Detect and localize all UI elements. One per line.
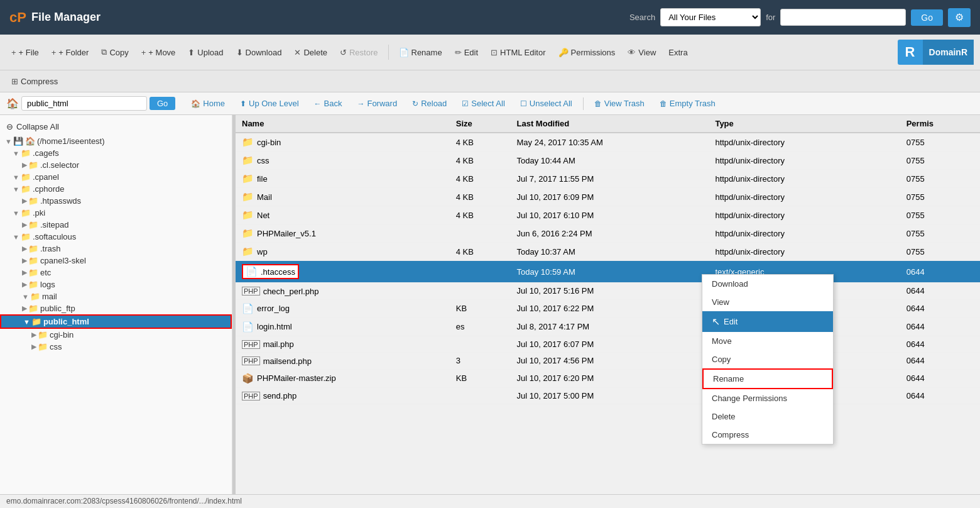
restore-button[interactable]: ↺ Restore: [335, 45, 383, 60]
file-table: Name Size Last Modified Type Permis 📁cgi…: [236, 115, 980, 404]
table-row[interactable]: 📄login.htmlesJul 8, 2017 4:17 PMtext/htm…: [236, 318, 980, 336]
up-level-button[interactable]: ⬆ Up One Level: [234, 96, 305, 111]
table-row[interactable]: PHPmailsend.php3Jul 10, 2017 4:56 PMappl…: [236, 353, 980, 370]
permissions-button[interactable]: 🔑 Permissions: [553, 45, 621, 60]
file-name: Net: [257, 211, 270, 220]
path-go-button[interactable]: Go: [150, 97, 175, 110]
table-row[interactable]: 📄error_logKBJul 10, 2017 6:22 PMtext/x-g…: [236, 299, 980, 318]
collapse-all-label: Collapse All: [16, 122, 59, 131]
rename-icon: 📄: [399, 48, 409, 57]
table-row[interactable]: 📁Mail4 KBJul 10, 2017 6:09 PMhttpd/unix-…: [236, 188, 980, 206]
search-dropdown[interactable]: All Your Files File Names File Contents: [660, 8, 761, 26]
sidebar-item-trash[interactable]: ▶ 📁 .trash: [0, 243, 232, 255]
sidebar-item-cpanel[interactable]: ▼ 📁 .cpanel: [0, 171, 232, 183]
search-input[interactable]: [780, 9, 906, 26]
back-button[interactable]: ← Back: [308, 96, 348, 111]
sidebar-item-pki[interactable]: ▼ 📁 .pki: [0, 207, 232, 219]
sidebar-item-css-sub[interactable]: ▶ 📁 css: [0, 341, 232, 353]
ctx-rename[interactable]: Rename: [702, 368, 833, 389]
sidebar-item-etc[interactable]: ▶ 📁 etc: [0, 267, 232, 279]
sidebar-item-cpanel3-skel[interactable]: ▶ 📁 cpanel3-skel: [0, 255, 232, 267]
upload-button[interactable]: ⬆ Upload: [183, 45, 228, 60]
collapse-all-button[interactable]: ⊖ Collapse All: [0, 118, 232, 135]
rename-button[interactable]: 📄 Rename: [394, 45, 447, 60]
file-name-cell: 📁Mail: [236, 188, 450, 206]
table-row[interactable]: 📁PHPMailer_v5.1Jun 6, 2016 2:24 PMhttpd/…: [236, 224, 980, 243]
ctx-view[interactable]: View: [702, 293, 833, 311]
compress-button[interactable]: ⊞ Compress: [6, 74, 63, 89]
file-name-wrap: 📁cgi-bin: [242, 136, 281, 148]
home-nav-button[interactable]: 🏠 Home: [185, 96, 231, 111]
download-button[interactable]: ⬇ Download: [231, 45, 287, 60]
sidebar-item-cphorde[interactable]: ▼ 📁 .cphorde: [0, 183, 232, 195]
table-row[interactable]: PHPsend.phpJul 10, 2017 5:00 PMapplicati…: [236, 387, 980, 404]
gear-button[interactable]: ⚙: [948, 8, 971, 27]
sidebar-item-public-html[interactable]: ▼ 📁 public_html: [0, 314, 232, 329]
edit-button[interactable]: ✏ Edit: [450, 45, 483, 60]
new-file-button[interactable]: + + File: [6, 45, 44, 60]
ctx-download[interactable]: Download: [702, 275, 833, 293]
delete-button[interactable]: ✕ Delete: [289, 45, 332, 60]
table-row[interactable]: 📁css4 KBToday 10:44 AMhttpd/unix-directo…: [236, 152, 980, 170]
file-modified-cell: Jul 10, 2017 5:00 PM: [511, 387, 709, 404]
sidebar-item-cpanel3-label: cpanel3-skel: [40, 256, 86, 265]
forward-button[interactable]: → Forward: [351, 96, 403, 111]
table-row[interactable]: 📁cgi-bin4 KBMay 24, 2017 10:35 AMhttpd/u…: [236, 133, 980, 152]
sidebar-item-cgi-bin-sub[interactable]: ▶ 📁 cgi-bin: [0, 329, 232, 341]
sidebar-item-root[interactable]: ▼ 💾 🏠 (/home1/iseentest): [0, 135, 232, 147]
file-name: css: [257, 156, 270, 165]
path-input[interactable]: [21, 96, 147, 111]
table-row[interactable]: PHPchech_perl.phpJul 10, 2017 5:16 PMapp…: [236, 283, 980, 300]
sidebar-item-sitepad[interactable]: ▶ 📁 .sitepad: [0, 219, 232, 231]
file-type-cell: httpd/unix-directory: [709, 243, 900, 261]
sidebar-item-logs[interactable]: ▶ 📁 logs: [0, 279, 232, 290]
view-trash-button[interactable]: 🗑 View Trash: [589, 96, 650, 111]
extra-button[interactable]: Extra: [663, 45, 692, 60]
folder-icon-logs: 📁: [28, 280, 38, 289]
sidebar-item-cagefs[interactable]: ▼ 📁 .cagefs: [0, 147, 232, 159]
reload-button[interactable]: ↻ Reload: [406, 96, 452, 111]
file-type-cell: httpd/unix-directory: [709, 224, 900, 243]
new-folder-button[interactable]: + + Folder: [46, 45, 94, 60]
ctx-change-perms[interactable]: Change Permissions: [702, 389, 833, 407]
table-row[interactable]: PHPmail.phpJul 10, 2017 6:07 PMapplicati…: [236, 336, 980, 353]
table-row[interactable]: 📁Net4 KBJul 10, 2017 6:10 PMhttpd/unix-d…: [236, 206, 980, 224]
sidebar-item-mail[interactable]: ▼ 📁 mail: [0, 290, 232, 302]
copy-button[interactable]: ⧉ Copy: [96, 45, 133, 60]
file-name-wrap: 📁wp: [242, 246, 268, 257]
col-size: Size: [450, 115, 511, 133]
search-go-button[interactable]: Go: [911, 9, 943, 26]
sidebar-item-softaculous[interactable]: ▼ 📁 .softaculous: [0, 231, 232, 243]
sidebar-item-css-sub-label: css: [50, 342, 62, 351]
file-modified-cell: Jul 10, 2017 6:07 PM: [511, 336, 709, 353]
select-all-button[interactable]: ☑ Select All: [456, 96, 510, 111]
view-button[interactable]: 👁 View: [623, 45, 661, 60]
sidebar-item-cagefs-label: .cagefs: [33, 148, 59, 158]
ctx-delete[interactable]: Delete: [702, 407, 833, 426]
file-name-cell: 📁PHPMailer_v5.1: [236, 224, 450, 243]
ctx-compress[interactable]: Compress: [702, 426, 833, 444]
table-row[interactable]: 📦PHPMailer-master.zipKBJul 10, 2017 6:20…: [236, 369, 980, 387]
for-label: for: [766, 13, 775, 22]
ctx-edit[interactable]: ↖ Edit: [702, 311, 833, 332]
table-row[interactable]: 📄.htaccessToday 10:59 AMtext/x-generic06…: [236, 261, 980, 283]
empty-trash-button[interactable]: 🗑 Empty Trash: [654, 96, 721, 111]
html-editor-button[interactable]: ⊡ HTML Editor: [486, 45, 550, 60]
unselect-all-button[interactable]: ☐ Unselect All: [514, 96, 578, 111]
expand-icon-trash: ▶: [22, 245, 27, 253]
edit-icon: ✏: [455, 48, 462, 57]
upload-icon: ⬆: [188, 48, 195, 57]
ctx-copy[interactable]: Copy: [702, 350, 833, 368]
move-button[interactable]: + + Move: [136, 45, 181, 60]
back-icon: ←: [314, 99, 322, 108]
path-input-wrap: 🏠 Go: [6, 96, 175, 111]
sidebar-item-cl-selector[interactable]: ▶ 📁 .cl.selector: [0, 159, 232, 171]
file-modified-cell: Today 10:59 AM: [511, 261, 709, 283]
table-row[interactable]: 📁file4 KBJul 7, 2017 11:55 PMhttpd/unix-…: [236, 170, 980, 188]
sidebar-item-public-ftp[interactable]: ▶ 📁 public_ftp: [0, 302, 232, 314]
ctx-move[interactable]: Move: [702, 332, 833, 350]
view-trash-icon: 🗑: [594, 99, 602, 108]
sidebar-item-htpasswds[interactable]: ▶ 📁 .htpasswds: [0, 195, 232, 207]
search-label: Search: [629, 13, 655, 22]
table-row[interactable]: 📁wp4 KBToday 10:37 AMhttpd/unix-director…: [236, 243, 980, 261]
